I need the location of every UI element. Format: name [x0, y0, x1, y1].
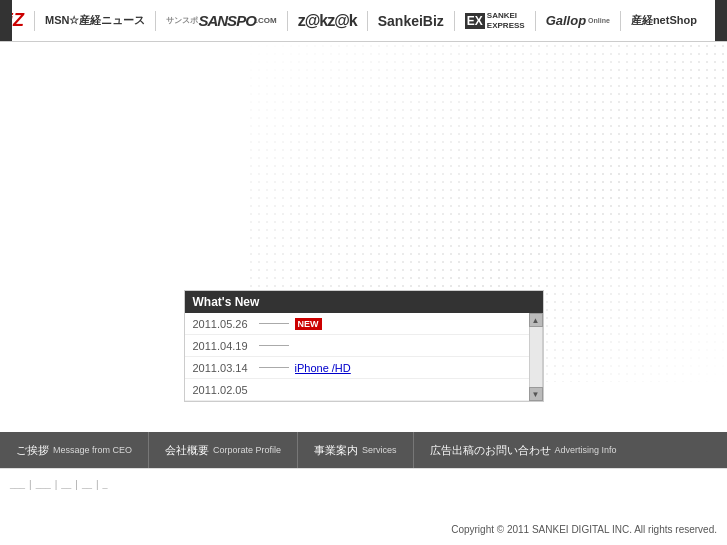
right-panel — [715, 0, 727, 41]
news-row: 2011.02.05 — [185, 379, 543, 401]
nav-item-company[interactable]: 会社概要 Corporate Profile — [149, 432, 298, 468]
news-line-1 — [259, 323, 289, 324]
news-date-4: 2011.02.05 — [193, 384, 253, 396]
nav-greeting-en: Message from CEO — [53, 445, 132, 455]
news-line-3 — [259, 367, 289, 368]
nav-item-advertising[interactable]: 広告出稿のお問い合わせ Advertising Info — [414, 432, 633, 468]
news-date-1: 2011.05.26 — [193, 318, 253, 330]
logo-gallop[interactable]: Gallop Online — [546, 13, 610, 28]
bottom-navigation: ご挨拶 Message from CEO 会社概要 Corporate Prof… — [0, 432, 727, 468]
footer-link-3[interactable]: __ — [61, 479, 71, 490]
news-row: 2011.04.19 — [185, 335, 543, 357]
sanspo-text: SANSPO — [198, 12, 255, 29]
separator — [454, 11, 455, 31]
netshop-text: 産経netShop — [631, 13, 697, 28]
news-link-iphone[interactable]: iPhone /HD — [295, 362, 351, 374]
whats-new-panel: What's New 2011.05.26 NEW 2011.04.19 201… — [184, 290, 544, 402]
logo-sanspo[interactable]: サンスポ SANSPO .COM — [166, 12, 276, 29]
nav-services-en: Services — [362, 445, 397, 455]
news-row[interactable]: 2011.03.14 iPhone /HD — [185, 357, 543, 379]
nav-company-jp: 会社概要 — [165, 443, 209, 458]
news-badge-new-1: NEW — [295, 318, 322, 330]
gallop-online-text: Online — [588, 17, 610, 24]
gallop-text: Gallop — [546, 13, 586, 28]
news-date-3: 2011.03.14 — [193, 362, 253, 374]
footer-link-2[interactable]: ___ — [36, 479, 51, 490]
ex-badge: EX — [465, 13, 485, 29]
nav-item-greeting[interactable]: ご挨拶 Message from CEO — [0, 432, 149, 468]
whats-new-content: 2011.05.26 NEW 2011.04.19 2011.03.14 iPh… — [185, 313, 543, 401]
sanspo-sub: .COM — [256, 16, 277, 25]
news-line-2 — [259, 345, 289, 346]
news-date-2: 2011.04.19 — [193, 340, 253, 352]
logo-sankeibiz[interactable]: SankeiBiz — [378, 13, 444, 29]
nav-advertising-jp: 広告出稿のお問い合わせ — [430, 443, 551, 458]
footer-links: ___ | ___ | __ | __ | _ — [10, 479, 108, 490]
logo-netshop[interactable]: 産経netShop — [631, 13, 697, 28]
footer-link-4[interactable]: __ — [82, 479, 92, 490]
separator — [287, 11, 288, 31]
footer-link-5[interactable]: _ — [103, 479, 108, 490]
header-nav: iZ MSN☆産経ニュース サンスポ SANSPO .COM z@kz@k Sa… — [0, 0, 727, 42]
scrollbar[interactable]: ▲ ▼ — [529, 313, 543, 401]
nav-advertising-en: Advertising Info — [555, 445, 617, 455]
logo-zakzak[interactable]: z@kz@k — [298, 12, 357, 30]
logo-msn[interactable]: MSN☆産経ニュース — [45, 13, 145, 28]
zakzak-text: z@kz@k — [298, 12, 357, 30]
nav-company-en: Corporate Profile — [213, 445, 281, 455]
footer-link-1[interactable]: ___ — [10, 479, 25, 490]
whats-new-title: What's New — [185, 291, 543, 313]
nav-greeting-jp: ご挨拶 — [16, 443, 49, 458]
footer-sep-4: | — [96, 479, 99, 490]
logo-sankei-express[interactable]: EX SANKEIEXPRESS — [465, 11, 525, 30]
footer: ___ | ___ | __ | __ | _ Copyright © 2011… — [0, 468, 727, 545]
main-content: What's New 2011.05.26 NEW 2011.04.19 201… — [0, 42, 727, 432]
nav-item-services[interactable]: 事業案内 Services — [298, 432, 414, 468]
sankei-express-text: SANKEIEXPRESS — [487, 11, 525, 30]
footer-sep-2: | — [55, 479, 58, 490]
nav-services-jp: 事業案内 — [314, 443, 358, 458]
scroll-down-button[interactable]: ▼ — [529, 387, 543, 401]
footer-sep-3: | — [75, 479, 78, 490]
separator — [155, 11, 156, 31]
footer-copyright: Copyright © 2011 SANKEI DIGITAL INC. All… — [451, 524, 717, 535]
separator — [34, 11, 35, 31]
news-row: 2011.05.26 NEW — [185, 313, 543, 335]
scroll-track[interactable] — [529, 327, 543, 387]
left-panel — [0, 0, 12, 41]
separator — [367, 11, 368, 31]
separator — [535, 11, 536, 31]
separator — [620, 11, 621, 31]
sankeibiz-text: SankeiBiz — [378, 13, 444, 29]
scroll-up-button[interactable]: ▲ — [529, 313, 543, 327]
footer-sep-1: | — [29, 479, 32, 490]
